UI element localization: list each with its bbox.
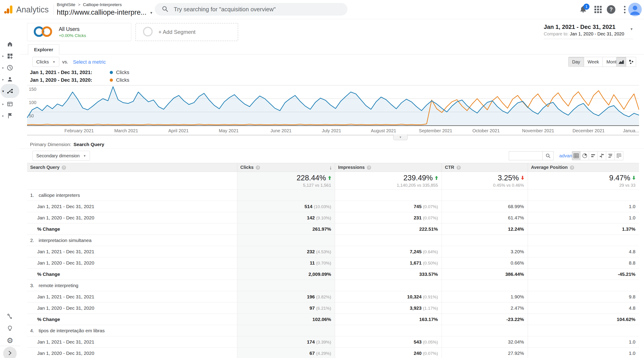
table-search-button[interactable] xyxy=(542,151,554,160)
cell-average-position: 8.8 xyxy=(528,257,639,269)
metric-dropdown[interactable]: Clicks▼ xyxy=(32,57,59,67)
search-icon xyxy=(545,153,551,158)
cell-clicks: 174(3.39%) xyxy=(237,336,335,348)
search-query-table: Search Query? Clicks?↓ Impressions? CTR?… xyxy=(27,163,639,358)
add-segment-button[interactable]: + Add Segment xyxy=(136,23,238,41)
table-row-query[interactable]: 1.calliope interpreters xyxy=(27,190,639,201)
table-row-query[interactable]: 4.tipos de interpretação em libras xyxy=(27,325,639,336)
query-cell[interactable]: 2.interpretacion simultanea xyxy=(27,235,237,246)
legend-dot-orange xyxy=(110,79,113,82)
global-search[interactable] xyxy=(155,3,348,16)
breadcrumb: BrightSite > Calliope-Interpreters xyxy=(57,2,153,7)
avatar[interactable] xyxy=(628,3,642,16)
sidebar-item-discover[interactable] xyxy=(0,322,20,335)
cell-clicks: 11(0.70%) xyxy=(237,257,335,269)
svg-text:June 2021: June 2021 xyxy=(270,128,291,133)
row-label: Jan 1, 2021 - Dec 31, 2021 xyxy=(37,294,94,299)
sidebar-item-admin[interactable]: ⚙ xyxy=(0,334,20,347)
breadcrumb-account[interactable]: BrightSite xyxy=(57,2,75,7)
table-row-change: % Change2,009.09%333.57%386.44%-45.21% xyxy=(27,269,639,280)
column-header-impressions[interactable]: Impressions? xyxy=(335,163,442,172)
table-row-query[interactable]: 2.interpretacion simultanea xyxy=(27,235,639,246)
primary-dimension-value[interactable]: Search Query xyxy=(74,142,104,147)
table-search-input[interactable] xyxy=(509,151,542,160)
percentage-view-icon[interactable] xyxy=(580,151,589,160)
granularity-day-button[interactable]: Day xyxy=(568,57,584,67)
chevron-right-icon: ▸ xyxy=(2,66,4,70)
home-icon xyxy=(6,41,14,48)
sidebar-item-attribution[interactable] xyxy=(0,310,20,323)
notifications-button[interactable]: 1 xyxy=(579,5,588,14)
tab-explorer[interactable]: Explorer xyxy=(28,45,59,55)
apps-grid-icon[interactable] xyxy=(594,5,602,14)
svg-text:December 2021: December 2021 xyxy=(572,128,604,133)
table-row-period: Jan 1, 2020 - Dec 31, 202011(0.70%)1,671… xyxy=(27,257,639,269)
expand-sidebar-button[interactable] xyxy=(3,347,17,358)
more-menu-icon[interactable] xyxy=(620,5,629,14)
performance-view-icon[interactable] xyxy=(589,151,598,160)
comparison-view-icon[interactable] xyxy=(598,151,606,160)
breadcrumb-property[interactable]: Calliope-Interpreters xyxy=(83,2,122,7)
svg-text:April 2021: April 2021 xyxy=(168,128,188,133)
cell-impressions: 543(0.05%) xyxy=(335,336,442,348)
scatter-chart-button[interactable] xyxy=(626,57,636,67)
column-header-average-position[interactable]: Average Position? xyxy=(528,163,639,172)
cell-clicks: 514(10.03%) xyxy=(237,201,335,212)
query-cell[interactable]: 1.calliope interpreters xyxy=(27,190,237,201)
sidebar-item-acquisition[interactable]: ▾ xyxy=(0,85,20,98)
sidebar-item-customization[interactable]: ▸ xyxy=(0,50,20,62)
cell-average-position: 9.8 xyxy=(528,291,639,302)
secondary-dimension-dropdown[interactable]: Secondary dimension▼ xyxy=(32,151,90,161)
timeline-scrubber-handle[interactable]: ▼ xyxy=(393,134,408,140)
sidebar-item-behavior[interactable]: ▸ xyxy=(0,98,20,110)
cell-impressions: 1,671(0.50%) xyxy=(335,257,442,269)
table-row-period: Jan 1, 2021 - Dec 31, 2021514(10.03%)745… xyxy=(27,201,639,212)
sidebar-item-home[interactable] xyxy=(0,38,20,51)
cell-impressions: 333.57% xyxy=(335,269,442,280)
help-icon: ? xyxy=(456,165,461,170)
granularity-toggle: Day Week Month xyxy=(568,57,623,67)
cell-average-position: -45.21% xyxy=(528,269,639,280)
term-cloud-view-icon[interactable] xyxy=(606,151,615,160)
analytics-logo-icon[interactable] xyxy=(4,5,14,15)
table-row-query[interactable]: 3.remote interpreting xyxy=(27,280,639,291)
row-label: Jan 1, 2021 - Dec 31, 2021 xyxy=(37,339,94,344)
side-nav: ▸ ▸ ▸ ▾ ▸ ▸ ⚙ xyxy=(0,19,20,358)
column-header-clicks[interactable]: Clicks?↓ xyxy=(237,163,335,172)
query-cell[interactable]: 3.remote interpreting xyxy=(27,280,237,291)
line-chart-button[interactable] xyxy=(616,57,626,67)
row-label: % Change xyxy=(37,317,60,322)
select-metric-link[interactable]: Select a metric xyxy=(73,59,106,65)
pivot-view-icon[interactable] xyxy=(615,151,623,160)
ga-app: Analytics BrightSite > Calliope-Interpre… xyxy=(0,0,644,358)
column-header-ctr[interactable]: CTR? xyxy=(442,163,528,172)
timeseries-chart: 15010050February 2021March 2021April 202… xyxy=(27,84,639,136)
granularity-week-button[interactable]: Week xyxy=(584,57,603,67)
realtime-clock-icon xyxy=(6,64,14,71)
help-button[interactable]: ? xyxy=(606,5,616,14)
summary-body: 228.44% 5,127 vs 1,561 239.49% 1,140,205… xyxy=(27,172,639,190)
date-range-compare: Compare to: Jan 1, 2020 - Dec 31, 2020 xyxy=(544,31,624,37)
row-label: Jan 1, 2021 - Dec 31, 2021 xyxy=(37,249,94,254)
segment-all-users[interactable]: All Users +0.00% Clicks xyxy=(27,23,131,41)
date-range-primary: Jan 1, 2021 - Dec 31, 2021 xyxy=(544,24,624,31)
date-range-selector[interactable]: Jan 1, 2021 - Dec 31, 2021 Compare to: J… xyxy=(544,24,633,39)
svg-text:100: 100 xyxy=(29,100,36,105)
arrow-up-icon xyxy=(328,176,331,180)
timeline-track[interactable] xyxy=(27,135,639,135)
sort-descending-icon: ↓ xyxy=(330,164,332,171)
global-search-input[interactable] xyxy=(173,6,336,13)
row-label: Jan 1, 2020 - Dec 31, 2020 xyxy=(37,305,94,311)
scatter-chart-icon xyxy=(628,59,634,65)
sidebar-item-realtime[interactable]: ▸ xyxy=(0,61,20,74)
query-label: tipos de interpretação em libras xyxy=(39,328,105,333)
table-view-icon[interactable] xyxy=(572,151,580,160)
sidebar-item-conversions[interactable]: ▸ xyxy=(0,109,20,122)
cell-ctr: -23.22% xyxy=(442,314,528,325)
query-cell[interactable]: 4.tipos de interpretação em libras xyxy=(27,325,237,336)
column-header-search-query[interactable]: Search Query? xyxy=(27,163,237,172)
property-selector[interactable]: http://www.calliope-interpre...▼ xyxy=(57,8,153,17)
help-icon: ? xyxy=(367,165,371,170)
svg-text:February 2021: February 2021 xyxy=(64,128,94,133)
attribution-icon xyxy=(6,313,14,320)
